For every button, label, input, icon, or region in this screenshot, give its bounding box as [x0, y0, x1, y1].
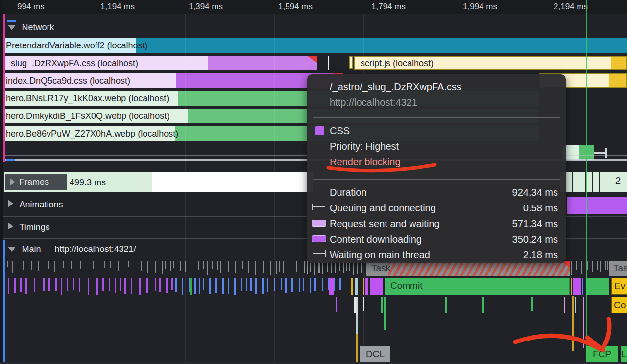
purple-tick: [336, 297, 337, 312]
network-request-row[interactable]: PretendardVariable.woff2 (localhost): [0, 38, 627, 53]
timings-track-title: Timings: [19, 222, 49, 232]
activity-tick: [63, 261, 64, 268]
animation-bar[interactable]: [567, 197, 627, 214]
activity-tick: [155, 261, 156, 273]
activity-tick: [314, 278, 316, 291]
activity-tick: [203, 261, 204, 269]
bottom-edge: [0, 362, 627, 364]
pink-tick: [564, 297, 565, 313]
fcp-marker[interactable]: FCP: [586, 346, 618, 362]
activity-tick: [228, 278, 229, 294]
activity-tick: [165, 261, 166, 269]
green-tick: [482, 297, 484, 313]
dcl-line-seg: [356, 316, 358, 334]
activity-tick: [147, 261, 148, 273]
left-whisker-icon: [312, 203, 326, 209]
green-tick: [445, 297, 447, 313]
activity-tick: [339, 278, 341, 290]
activity-tick: [61, 278, 62, 295]
request-label: hero.DmkykdiB_1FsX0Q.webp (localhost): [6, 111, 169, 121]
navigation-marker-line: [3, 14, 5, 162]
devtools-performance-panel: 994 ms 1,194 ms 1,394 ms 1,594 ms 1,794 …: [0, 0, 627, 364]
frame-bar-segments[interactable]: 2: [560, 172, 627, 192]
stat-value: 924.34 ms: [512, 187, 558, 198]
activity-tick: [215, 278, 217, 293]
activity-tick: [289, 261, 289, 273]
activity-tick: [285, 278, 287, 293]
activity-tick: [12, 261, 13, 273]
ruler-tick-label: 994 ms: [17, 2, 45, 12]
activity-tick: [118, 261, 119, 271]
activity-tick: [571, 261, 572, 275]
activity-tick: [141, 261, 142, 271]
activity-tick: [587, 261, 588, 270]
green-tick: [381, 297, 383, 313]
activity-tick: [7, 261, 8, 267]
activity-tick: [8, 278, 9, 294]
main-track-header[interactable]: Main — http://localhost:4321/: [8, 244, 136, 254]
timings-track-header[interactable]: Timings: [8, 222, 50, 232]
purple-block: [329, 278, 334, 295]
request-label: hero.Be86vPuW_Z27X0hA.webp (localhost): [6, 129, 178, 139]
timeline-ruler[interactable]: 994 ms 1,194 ms 1,394 ms 1,594 ms 1,794 …: [0, 0, 627, 14]
activity-tick: [180, 261, 181, 271]
condensed-request-blue: [6, 159, 15, 161]
green-block: [586, 278, 609, 295]
activity-tick: [242, 261, 243, 269]
lcp-marker[interactable]: L: [621, 346, 627, 362]
activity-tick: [48, 261, 49, 269]
request-label: PretendardVariable.woff2 (localhost): [6, 41, 148, 51]
collapse-triangle-icon: [8, 200, 13, 207]
activity-tick: [199, 278, 200, 294]
activity-tick: [170, 261, 171, 271]
css-type-swatch: [315, 126, 324, 135]
purple-block: [573, 278, 581, 295]
stat-value: 0.58 ms: [523, 203, 558, 214]
stat-value: 350.24 ms: [512, 234, 558, 245]
frames-track-header[interactable]: Frames: [5, 174, 67, 190]
request-details-tooltip: /_astro/_slug_.DzRXwpFA.css http://local…: [307, 74, 566, 263]
activity-tick: [592, 261, 593, 272]
activity-tick: [79, 278, 80, 292]
animations-track-header[interactable]: Animations: [8, 200, 63, 210]
network-request-row[interactable]: _slug_.DzRXwpFA.css (localhost): [0, 56, 343, 70]
network-track-header[interactable]: Network: [8, 23, 54, 33]
activity-tick: [600, 261, 601, 272]
animations-track-title: Animations: [19, 200, 63, 209]
activity-tick: [255, 278, 257, 294]
activity-tick: [14, 278, 16, 293]
activity-tick: [270, 261, 271, 275]
collapse-triangle-icon: [8, 25, 16, 30]
main-track-title: Main — http://localhost:4321/: [22, 244, 136, 254]
tooltip-render-blocking: Render blocking: [330, 157, 401, 168]
activity-tick: [88, 278, 89, 295]
activity-tick: [303, 278, 304, 291]
activity-tick: [263, 261, 264, 273]
blue-tick: [582, 278, 583, 295]
activity-tick: [207, 261, 208, 275]
frame-divider: [599, 172, 600, 192]
event-label: Ev: [614, 281, 625, 292]
activity-tick: [120, 278, 121, 291]
activity-tick: [235, 261, 236, 273]
purple-block: [365, 278, 368, 295]
gold-tick: [363, 278, 364, 295]
commit-label: Commit: [390, 280, 422, 291]
activity-tick: [162, 261, 163, 274]
activity-tick: [80, 261, 81, 269]
stat-label: Request sent and waiting: [330, 218, 440, 229]
network-track-title: Network: [22, 23, 54, 32]
white-tick: [354, 297, 356, 313]
gold-tick: [571, 278, 572, 295]
activity-tick: [185, 261, 186, 272]
no-icon: [312, 187, 326, 194]
activity-tick: [228, 261, 229, 272]
activity-tick: [43, 278, 45, 291]
activity-tick: [96, 278, 98, 295]
stat-label: Queuing and connecting: [330, 203, 436, 214]
activity-tick: [175, 278, 177, 292]
frame-bar-white[interactable]: [152, 172, 314, 192]
activity-tick: [212, 261, 213, 269]
dcl-marker[interactable]: DCL: [360, 346, 390, 362]
activity-tick: [23, 261, 24, 270]
